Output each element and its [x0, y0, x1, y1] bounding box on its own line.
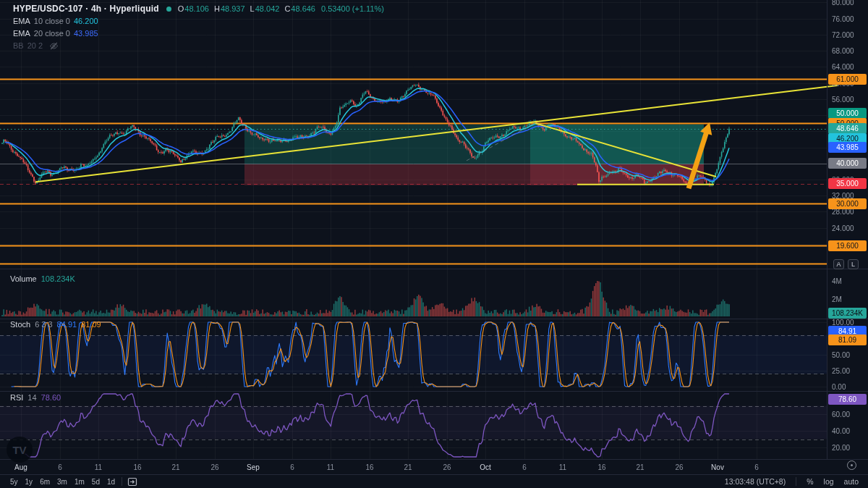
ohlc-item: L48.042 — [250, 4, 280, 13]
ohlc-item: O48.106 — [178, 4, 209, 13]
time-tick: 6 — [522, 463, 527, 471]
stoch-k-value: 84.91 — [57, 320, 77, 329]
time-tick: 11 — [327, 463, 334, 471]
time-tick: 6 — [58, 463, 62, 471]
time-tick: 6 — [754, 463, 759, 471]
volume-label: Volume — [10, 274, 37, 283]
price-axis[interactable]: 80.00076.00072.00068.00064.00060.00056.0… — [827, 0, 868, 475]
rsi-tick: 40.00 — [832, 427, 850, 435]
range-button-1y[interactable]: 1y — [24, 478, 35, 486]
price-tick: 76.000 — [832, 15, 854, 23]
time-tick: 16 — [133, 463, 141, 471]
time-tick: 21 — [404, 463, 412, 471]
time-tick: 11 — [95, 463, 102, 471]
price-badge: 43.985 — [828, 142, 867, 153]
indicator-params: 20 2 — [27, 41, 43, 50]
stoch-badge: 81.09 — [828, 335, 867, 345]
tradingview-watermark-logo: TV — [7, 437, 33, 463]
rsi-value: 78.60 — [41, 393, 61, 402]
indicator-params: 20 close 0 — [34, 29, 70, 38]
toolbar-divider — [796, 477, 796, 486]
indicator-name: EMA — [13, 29, 30, 38]
indicator-params: 10 close 0 — [34, 17, 70, 25]
ohlc-item: H48.937 — [214, 4, 245, 13]
range-button-3m[interactable]: 3m — [56, 478, 69, 486]
time-tick: 21 — [636, 463, 644, 471]
stoch-tick: 25.00 — [832, 367, 850, 375]
time-tick: 26 — [443, 463, 451, 471]
scroll-to-recent-icon[interactable] — [847, 460, 856, 470]
range-button-6m[interactable]: 6m — [38, 478, 51, 486]
market-status-icon[interactable] — [166, 7, 171, 12]
time-tick: Aug — [14, 463, 27, 471]
stoch-d-value: 81.09 — [81, 320, 101, 329]
scale-button-auto[interactable]: auto — [839, 477, 864, 486]
time-tick: 6 — [290, 463, 294, 471]
volume-value: 108.234K — [41, 274, 75, 283]
price-badge: 30.000 — [828, 198, 867, 209]
rsi-badge: 78.60 — [828, 394, 867, 405]
price-tick: 80.000 — [832, 0, 854, 7]
volume-tick: 2M — [832, 295, 842, 303]
indicator-legend-bb-20[interactable]: BB20 2 — [13, 40, 384, 51]
rsi-label: RSI — [10, 393, 23, 402]
stoch-tick: 0.00 — [832, 383, 846, 391]
symbol-title[interactable]: HYPE/USDC-107 · 4h · Hyperliquid — [13, 4, 159, 14]
range-button-5y[interactable]: 5y — [9, 478, 20, 486]
stoch-params: 6 3 3 — [35, 320, 52, 329]
time-tick: 16 — [365, 463, 373, 471]
scale-buttons: %logauto — [801, 477, 864, 486]
auto-scale-button[interactable]: A — [833, 259, 844, 269]
rsi-params: 14 — [27, 393, 36, 402]
volume-badge: 108.234K — [828, 308, 867, 319]
scale-button-log[interactable]: log — [819, 477, 839, 486]
stoch-label: Stoch — [10, 320, 30, 329]
stoch-pane-legend[interactable]: Stoch 6 3 3 84.91 81.09 — [10, 319, 101, 329]
indicator-name: EMA — [13, 17, 30, 25]
range-button-5d[interactable]: 5d — [90, 478, 101, 486]
time-tick: 11 — [559, 463, 566, 471]
price-tick: 24.000 — [832, 224, 854, 232]
price-tick: 72.000 — [832, 31, 854, 39]
range-button-1d[interactable]: 1d — [106, 478, 116, 486]
price-tick: 28.000 — [832, 208, 854, 216]
price-badge: 35.000 — [828, 178, 867, 189]
rsi-tick: 20.00 — [832, 444, 850, 452]
go-to-date-icon[interactable] — [127, 476, 137, 487]
rsi-pane-legend[interactable]: RSI 14 78.60 — [10, 392, 61, 403]
session-clock[interactable]: 13:03:48 (UTC+8) — [725, 477, 786, 486]
indicator-legend-ema-10[interactable]: EMA10 close 046.200 — [13, 15, 384, 27]
time-tick: 21 — [171, 463, 179, 471]
change-value: 0.53400 (+1.11%) — [321, 4, 384, 13]
price-badge: 48.646 — [828, 123, 867, 134]
stoch-tick: 50.00 — [832, 351, 850, 359]
date-range-buttons: 5y1y6m3m1m5d1d — [0, 478, 116, 486]
price-badge: 61.000 — [828, 74, 867, 85]
ohlc-values: O48.106H48.937L48.042C48.6460.53400 (+1.… — [178, 4, 384, 13]
bottom-toolbar: 5y1y6m3m1m5d1d 13:03:48 (UTC+8) %logauto — [0, 475, 868, 488]
price-badge: 50.000 — [828, 108, 867, 119]
scale-button-percent[interactable]: % — [801, 477, 818, 486]
log-scale-button[interactable]: L — [848, 259, 859, 269]
time-tick: 26 — [675, 463, 683, 471]
time-tick: 16 — [597, 463, 605, 471]
chart-canvas[interactable] — [0, 0, 868, 488]
range-button-1m[interactable]: 1m — [73, 478, 86, 486]
indicator-name: BB — [13, 41, 24, 50]
indicator-value: 43.985 — [74, 29, 98, 38]
time-tick: Sep — [247, 463, 260, 471]
volume-tick: 4M — [832, 277, 842, 285]
price-tick: 68.000 — [832, 47, 854, 55]
trading-chart-window: HYPE/USDC-107 · 4h · Hyperliquid O48.106… — [0, 0, 868, 488]
toolbar-divider — [122, 477, 122, 486]
symbol-legend: HYPE/USDC-107 · 4h · Hyperliquid O48.106… — [13, 3, 384, 51]
ohlc-item: C48.646 — [284, 4, 315, 13]
indicator-legend-ema-20[interactable]: EMA20 close 043.985 — [13, 28, 384, 39]
price-badge: 40.000 — [828, 158, 867, 169]
price-tick: 64.000 — [832, 63, 854, 71]
price-badge: 19.600 — [828, 240, 867, 251]
eye-off-icon[interactable] — [49, 41, 59, 51]
time-tick: Oct — [480, 463, 491, 471]
indicator-value: 46.200 — [74, 17, 98, 25]
volume-pane-legend[interactable]: Volume 108.234K — [10, 274, 75, 284]
